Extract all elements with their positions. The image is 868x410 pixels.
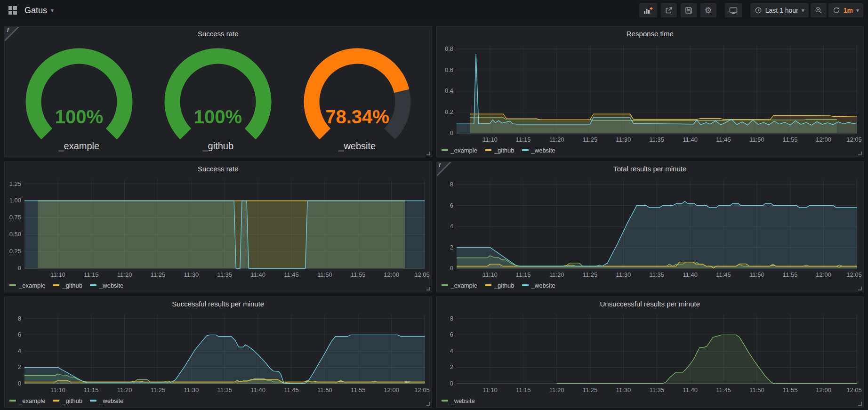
legend-item-_example[interactable]: _example	[9, 282, 45, 289]
legend-item-_website[interactable]: _website	[522, 147, 555, 154]
legend-item-_github[interactable]: _github	[485, 282, 514, 289]
svg-text:11:25: 11:25	[151, 271, 166, 278]
dashboard-title: Gatus	[24, 6, 47, 16]
gauge-value: 78.34%	[325, 106, 389, 127]
legend-item-_example[interactable]: _example	[442, 282, 477, 289]
svg-text:11:40: 11:40	[250, 386, 265, 394]
svg-text:11:55: 11:55	[351, 271, 366, 278]
gauge-value: 100%	[55, 106, 103, 127]
gear-icon: ⚙	[705, 6, 712, 15]
gauge-label: _example	[58, 141, 99, 152]
svg-text:4: 4	[450, 223, 453, 230]
settings-button[interactable]: ⚙	[700, 3, 716, 17]
svg-text:0: 0	[450, 129, 453, 137]
svg-text:11:35: 11:35	[649, 136, 664, 143]
svg-text:4: 4	[18, 347, 21, 354]
svg-text:4: 4	[450, 347, 453, 354]
legend-swatch	[442, 284, 448, 286]
unsuccessful-results-chart[interactable]: 11:1011:1511:2011:2511:3011:3511:4011:45…	[437, 310, 864, 396]
monitor-icon	[729, 7, 738, 14]
legend-item-_website[interactable]: _website	[442, 397, 475, 404]
svg-text:0: 0	[18, 380, 21, 387]
legend-item-_website[interactable]: _website	[90, 397, 123, 404]
successful-results-chart[interactable]: 11:1011:1511:2011:2511:3011:3511:4011:45…	[5, 310, 432, 396]
response-time-chart[interactable]: 11:1011:1511:2011:2511:3011:3511:4011:45…	[437, 40, 864, 145]
panel-resize-handle[interactable]	[858, 152, 862, 155]
svg-text:11:45: 11:45	[716, 271, 731, 278]
svg-text:11:45: 11:45	[716, 386, 731, 394]
refresh-button[interactable]: 1m ▾	[828, 3, 863, 17]
legend-item-_example[interactable]: _example	[442, 147, 477, 154]
svg-text:11:15: 11:15	[515, 271, 530, 278]
panel-title[interactable]: Success rate	[5, 162, 432, 175]
svg-text:11:20: 11:20	[549, 136, 564, 143]
panel-resize-handle[interactable]	[426, 402, 430, 406]
panel-resize-handle[interactable]	[426, 287, 430, 290]
svg-text:11:30: 11:30	[184, 386, 199, 394]
panel-info-icon[interactable]: i	[5, 27, 19, 41]
panel-resize-handle[interactable]	[858, 287, 862, 290]
legend-item-_website[interactable]: _website	[522, 282, 555, 289]
panel-title[interactable]: Response time	[437, 27, 864, 40]
svg-text:11:15: 11:15	[84, 386, 99, 394]
share-button[interactable]	[661, 3, 677, 17]
panel-title[interactable]: Total results per minute	[437, 162, 864, 175]
svg-text:8: 8	[18, 315, 21, 322]
cycle-view-button[interactable]	[725, 3, 742, 17]
svg-text:11:35: 11:35	[217, 386, 232, 394]
time-range-picker[interactable]: Last 1 hour ▾	[750, 3, 809, 17]
success-rate-chart[interactable]: 11:1011:1511:2011:2511:3011:3511:4011:45…	[5, 175, 432, 281]
svg-text:12:00: 12:00	[816, 271, 831, 278]
navbar: Gatus ▾	[0, 0, 868, 21]
gauge-label: _github	[202, 141, 233, 152]
legend-item-_github[interactable]: _github	[485, 147, 514, 154]
legend-label: _example	[451, 282, 477, 289]
caret-down-icon: ▾	[51, 7, 54, 14]
svg-text:12:05: 12:05	[846, 271, 862, 278]
panel-success-rate-gauges: i Success rate 100%_example100%_github78…	[4, 26, 432, 157]
legend-swatch	[442, 400, 448, 402]
add-panel-button[interactable]	[639, 3, 657, 17]
legend-label: _example	[19, 397, 45, 404]
legend-item-_github[interactable]: _github	[53, 282, 82, 289]
svg-text:12:00: 12:00	[816, 386, 831, 394]
panel-resize-handle[interactable]	[426, 152, 430, 155]
legend-item-_website[interactable]: _website	[90, 282, 123, 289]
gauge-value: 100%	[194, 106, 242, 127]
dashboard-grid: i Success rate 100%_example100%_github78…	[0, 21, 868, 408]
dashboards-grid-icon[interactable]	[7, 4, 19, 16]
svg-text:11:40: 11:40	[250, 271, 265, 278]
svg-text:11:50: 11:50	[317, 271, 332, 278]
svg-text:11:10: 11:10	[50, 386, 65, 394]
dashboard-title-dropdown[interactable]: Gatus ▾	[24, 6, 54, 16]
gauge-_website: 78.34%_website	[296, 45, 419, 152]
legend-item-_github[interactable]: _github	[53, 397, 82, 404]
svg-text:11:55: 11:55	[782, 386, 797, 394]
legend-label: _example	[19, 282, 45, 289]
panel-info-icon[interactable]: i	[437, 162, 451, 176]
svg-text:11:25: 11:25	[582, 136, 597, 143]
legend-swatch	[485, 149, 491, 151]
legend-item-_example[interactable]: _example	[9, 397, 45, 404]
legend-label: _github	[494, 147, 514, 154]
svg-text:11:10: 11:10	[482, 136, 498, 143]
panel-title[interactable]: Successful results per minute	[5, 297, 432, 310]
legend-label: _github	[62, 397, 82, 404]
svg-text:11:20: 11:20	[549, 271, 564, 278]
svg-text:0.2: 0.2	[444, 108, 453, 115]
svg-text:2: 2	[450, 363, 453, 370]
legend-swatch	[9, 400, 16, 402]
panel-title[interactable]: Unsuccessful results per minute	[437, 297, 864, 310]
legend-label: _website	[531, 282, 555, 289]
save-icon	[685, 7, 692, 14]
zoom-out-button[interactable]	[811, 3, 827, 17]
svg-text:12:05: 12:05	[414, 386, 430, 394]
panel-title[interactable]: Success rate	[5, 27, 432, 40]
save-button[interactable]	[681, 3, 697, 17]
svg-text:11:40: 11:40	[683, 271, 698, 278]
total-results-chart[interactable]: 11:1011:1511:2011:2511:3011:3511:4011:45…	[437, 175, 864, 281]
svg-text:8: 8	[450, 315, 453, 322]
panel-resize-handle[interactable]	[858, 402, 862, 406]
legend: _example_github_website	[5, 396, 432, 407]
caret-down-icon: ▾	[802, 7, 804, 14]
